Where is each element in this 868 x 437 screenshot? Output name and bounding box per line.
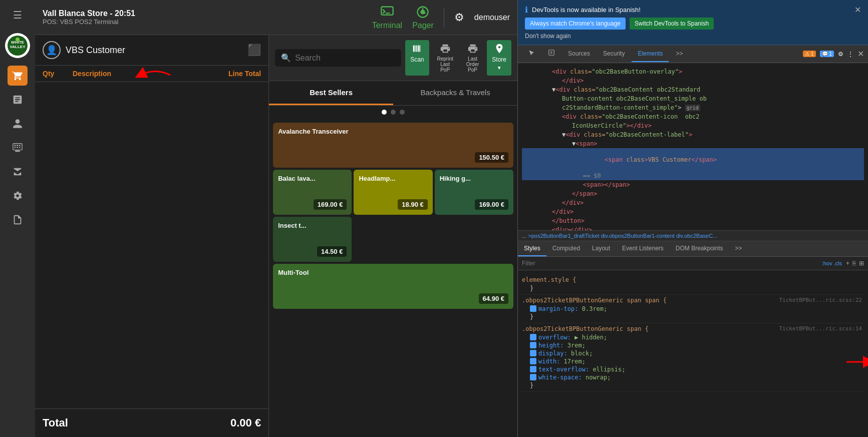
settings-button[interactable]: ⚙: [454, 11, 464, 24]
pager-button[interactable]: Pager: [412, 5, 434, 30]
product-card[interactable]: Multi-Tool 64.90 €: [273, 264, 513, 309]
css-prop: margin-top:: [538, 305, 578, 312]
css-cb-whitespace[interactable]: [530, 374, 536, 380]
dt-tab-more[interactable]: >>: [670, 46, 689, 62]
scan-button[interactable]: Scan: [405, 40, 429, 76]
annotation-arrow: [135, 65, 175, 85]
search-input[interactable]: [295, 54, 395, 63]
terminal-button[interactable]: Terminal: [372, 5, 402, 30]
dt-tab-security[interactable]: Security: [597, 46, 631, 62]
css-source-2[interactable]: TicketBPBut...ric.scss:14: [779, 325, 862, 333]
pos-name: POS: VBS POS2 Terminal: [43, 18, 365, 26]
svg-rect-18: [417, 46, 418, 52]
dont-show-again[interactable]: Don't show again: [525, 33, 850, 40]
html-line: </div>: [522, 198, 864, 207]
menu-button[interactable]: ☰: [8, 5, 28, 25]
css-cb-height[interactable]: [530, 342, 536, 348]
tab-backpacks[interactable]: Backpacks & Travels: [393, 81, 517, 105]
order-actions-button[interactable]: ⬛: [247, 44, 261, 57]
sidebar-item-cart[interactable]: [8, 66, 28, 86]
styles-tab-computed[interactable]: Computed: [546, 241, 586, 256]
products-panel: 🔍 Scan Reprint Last PoP Last Order PoP: [269, 35, 517, 437]
styles-tab-styles[interactable]: Styles: [518, 241, 546, 256]
divider: [444, 8, 444, 28]
html-line-selected[interactable]: <span class>VBS Customer</span>: [522, 148, 864, 171]
sidebar-item-register[interactable]: [8, 138, 28, 158]
sidebar-item-customers[interactable]: [8, 114, 28, 134]
styles-tabs: Styles Computed Layout Event Listeners D…: [518, 241, 868, 257]
sidebar-item-store[interactable]: [8, 162, 28, 182]
css-display: display: block;: [522, 349, 862, 357]
dot-2[interactable]: [391, 110, 396, 115]
product-price: 150.50 €: [475, 152, 508, 163]
styles-tab-event-listeners[interactable]: Event Listeners: [616, 241, 670, 256]
reprint-button[interactable]: Reprint Last PoP: [432, 40, 458, 76]
close-notification-button[interactable]: ✕: [854, 5, 861, 15]
store-info: Vall Blanca Store - 20:51 POS: VBS POS2 …: [43, 9, 365, 26]
dot-3[interactable]: [400, 110, 405, 115]
product-name: Avalanche Transceiver: [278, 128, 508, 135]
styles-tab-more[interactable]: >>: [729, 241, 748, 256]
html-line: </div>: [522, 207, 864, 216]
switch-spanish-button[interactable]: Switch DevTools to Spanish: [630, 18, 714, 30]
reprint-label: Reprint Last PoP: [437, 56, 453, 73]
product-card[interactable]: Avalanche Transceiver 150.50 €: [273, 123, 513, 168]
dt-close-button[interactable]: ✕: [857, 49, 864, 59]
col-total-header: Line Total: [228, 70, 261, 78]
dt-tab-elements[interactable]: Elements: [632, 46, 669, 62]
css-checkbox[interactable]: [530, 305, 536, 312]
pager-label: Pager: [412, 21, 434, 30]
css-cb-width[interactable]: [530, 358, 536, 364]
html-line: IconUserCircle"></div>: [522, 121, 864, 130]
match-language-button[interactable]: Always match Chrome's language: [525, 18, 626, 30]
product-card[interactable]: Insect t... 14.50 €: [273, 217, 352, 262]
last-order-button[interactable]: Last Order PoP: [461, 40, 484, 76]
css-cb-overflow[interactable]: [530, 334, 536, 340]
store-button[interactable]: Store ▼: [487, 40, 511, 76]
sidebar-item-orders[interactable]: [8, 90, 28, 110]
logo: WHITE VALLEY: [4, 32, 32, 59]
filter-input[interactable]: [522, 260, 818, 267]
product-card[interactable]: Hiking g... 169.00 €: [435, 170, 513, 215]
tab-best-sellers[interactable]: Best Sellers: [269, 81, 393, 105]
css-rule-2: .obpos2TicketBPButtonGeneric span { Tick…: [522, 323, 864, 392]
product-card[interactable]: Headlamp... 18.90 €: [354, 170, 432, 215]
add-rule-icon[interactable]: +: [846, 260, 849, 267]
search-input-wrap[interactable]: 🔍: [275, 49, 401, 67]
product-card[interactable]: Balac lava... 169.00 €: [273, 170, 352, 215]
total-amount: 0.00 €: [230, 416, 261, 429]
css-rule-header: .obpos2TicketBPButtonGeneric span span {…: [522, 297, 862, 305]
toggle-icon[interactable]: ⊞: [859, 260, 864, 267]
breadcrumb-div1[interactable]: div.obpos2ButtonBar1-content: [601, 233, 675, 239]
sidebar-item-settings[interactable]: [8, 186, 28, 206]
breadcrumb-div2[interactable]: div.obc2BaseC...: [676, 233, 717, 239]
product-tabs: Best Sellers Backpacks & Travels: [269, 81, 517, 106]
username: demouser: [474, 13, 510, 22]
search-bar: 🔍 Scan Reprint Last PoP Last Order PoP: [269, 35, 517, 81]
dt-tab-cursor[interactable]: [522, 45, 541, 63]
svg-rect-8: [15, 147, 16, 148]
store-name: Vall Blanca Store - 20:51: [43, 9, 365, 18]
copy-icon[interactable]: ⎘: [852, 260, 856, 267]
header: Vall Blanca Store - 20:51 POS: VBS POS2 …: [35, 0, 517, 35]
styles-tab-dom-breakpoints[interactable]: DOM Breakpoints: [670, 241, 729, 256]
html-line: ▼<div class="obc2BaseContent-label">: [522, 130, 864, 139]
css-source-1[interactable]: TicketBPBut...ric.scss:22: [779, 297, 862, 305]
sidebar-item-reports[interactable]: [8, 210, 28, 230]
dt-settings-icon[interactable]: ⚙: [838, 51, 843, 58]
filter-bar: :hov .cls + ⎘ ⊞: [518, 257, 868, 270]
svg-point-3: [16, 38, 20, 42]
dt-tab-inspect[interactable]: [542, 45, 561, 63]
html-line: <div></div>: [522, 225, 864, 230]
svg-rect-10: [19, 147, 21, 148]
dt-tab-sources[interactable]: Sources: [562, 46, 596, 62]
customer-button[interactable]: 👤 VBS Customer: [43, 41, 125, 59]
styles-tab-layout[interactable]: Layout: [586, 241, 616, 256]
css-cb-text-overflow[interactable]: [530, 366, 536, 372]
html-line: ▼<div class="obc2BaseContent obc2Standar…: [522, 85, 864, 94]
dt-more-icon[interactable]: ⋮: [847, 51, 853, 58]
dot-1[interactable]: [382, 110, 387, 115]
css-cb-display[interactable]: [530, 350, 536, 356]
breadcrumb-pos2[interactable]: >pos2ButtonBar1_draftTicket: [528, 233, 599, 239]
product-name: Balac lava...: [278, 175, 347, 182]
